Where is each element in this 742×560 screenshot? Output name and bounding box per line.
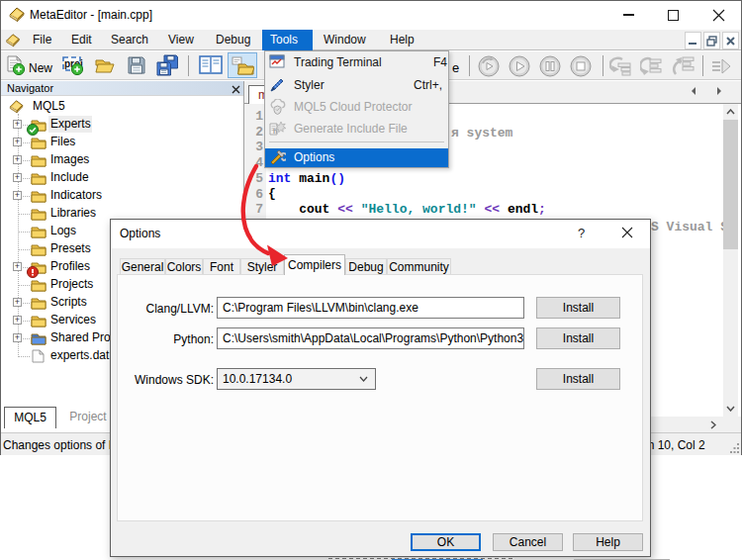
svg-text:h: h	[273, 128, 277, 135]
